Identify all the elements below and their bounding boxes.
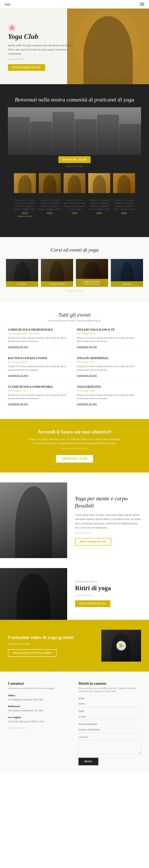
event-link-1[interactable]: SAPERNE DI PIÙ [77,346,97,348]
play-button[interactable] [116,641,126,650]
location-address-0: Via Pimping 40, Prestone NSW 3021 [8,698,71,702]
location-name-1: Melbourne [8,705,71,708]
event-desc-5: Dsciptur vel vivureat cuplsdat non proib… [77,393,141,400]
footer-left-credit: Immagine da Freepik [8,727,71,729]
welcome-people [8,107,141,155]
email-input[interactable] [78,714,141,720]
pilates-image [64,173,86,193]
kundalini-desc: Semplc tert. Clic è aggiun al studio cli… [113,199,135,211]
hatha-image [14,173,36,193]
hamburger-line [140,3,144,3]
cta-title: Accendi il fuoco sui tuoi obiettivi! [8,429,141,435]
event-date-3: lun 9 maggio, 11:00 [77,361,141,363]
wp1 [8,117,30,155]
pilates-title: PILATES [64,195,86,197]
footer-right-title: Mettiti in contatto [78,682,141,686]
kundalini-image [113,173,135,193]
name-input[interactable] [78,701,141,707]
events-title: Tutti gli eventi [8,312,141,318]
cta-small: nunc non. Adipiscing lobortis [27,447,122,450]
play-icon [120,643,123,648]
event-link-5[interactable]: SAPERNE DI PIÙ [77,403,97,405]
contact-form: Nome Email Numero di telefono Come sei? … [78,697,141,765]
footer-contact-info: Contattaci Domande o osservazioni? Scriv… [8,682,71,765]
event-title-5: YOGA GRATUITO [77,385,141,389]
name-label: Nome [78,697,141,700]
event-date-5: sab 9 maggio, 19:00 [77,389,141,392]
video-cta-button[interactable]: VISUALIZZA TUTTE LE VIDEO [8,649,57,657]
event-link-3[interactable]: SAPERNE DI PIÙ [77,374,97,377]
footer-left-subtitle: Domande o osservazioni? Scrivici un mess… [8,687,71,690]
retreats-title: Ritiri di yoga [75,584,143,592]
event-link-0[interactable]: SAPERNE DI PIÙ [8,346,28,348]
pilates-link[interactable]: DI PIÙ [64,212,86,214]
footer: Contattaci Domande o osservazioni? Scriv… [0,672,149,771]
location-address-1: 702 Collins St, Melbourne VIC 3001 [8,709,71,713]
vinyasa-title: HATHA VINYASA [39,195,61,197]
hero-image-credit: Immagine da Freepik [8,58,76,60]
events-grid: CORSO DI YOGA TRADIZIONALE ven 18 maggio… [8,328,141,409]
yoga-type-pilates: PILATES Semplc tert. Clic è di studio di… [64,173,86,217]
welcome-cta-button[interactable]: ENTRA NEL CLUB [59,156,91,163]
flexible-cta-button[interactable]: PER SAPERE DI PIÙ [75,538,111,546]
hero-cta-button[interactable]: PER SAPERNE DI PIÙ [8,64,45,71]
retreats-section: STUDIO DI YOGA Ritiri di yoga Immagine d… [0,568,149,620]
iyengar-link[interactable]: DI PIÙ [88,212,110,214]
event-title-3: YOGA IN GRAVIDANZA [77,357,141,360]
hatha-link[interactable]: DI PIÙ [14,212,36,214]
hero-description: Questo studio di yoga ecologico conta du… [8,43,76,56]
event-item-2: RAJ YOGA CON RAJ E IVANA gio 13 maggio, … [8,357,72,380]
hero-logo-icon: 🌸 [8,24,76,31]
courses-credit: Immagine da Freepik [6,289,143,292]
retreats-cta-button[interactable]: PER SAPERE DI PIÙ [75,600,110,607]
event-link-2[interactable]: SAPERNE DI PIÙ [8,374,28,377]
email-label: Email [78,710,141,713]
flexible-image-container [0,483,67,558]
message-label: Come sei? [78,736,141,739]
vinyasa-link[interactable]: DI PIÙ [39,212,61,214]
phone-input[interactable] [78,726,141,733]
classi-label: CLASSI [6,281,38,287]
event-title-2: RAJ YOGA CON RAJ E IVANA [8,357,72,360]
event-item-3: YOGA IN GRAVIDANZA lun 9 maggio, 11:00 D… [77,357,141,380]
nav-logo: logo [5,2,10,6]
retreats-image-container [0,568,67,620]
event-desc-2: Dsciptur vel vivureat cuplsdat non proib… [8,365,72,371]
submit-button[interactable]: INVIA [78,758,98,765]
retreats-image [0,568,67,620]
cta-button[interactable]: ENTRA NEL CLUB [56,455,93,463]
location-name-2: Los Angeles [8,716,71,719]
hamburger-menu[interactable] [140,3,144,6]
footer-right-subtitle: Hai una richiesta o un feedback per noi?… [78,687,141,693]
message-field-container: Come sei? [78,736,141,755]
hatha-title: HATHA YOGA [14,195,36,197]
event-desc-0: Dsciptur vel vivureat cuplsdat non proib… [8,336,72,343]
name-field-container: Nome [78,697,141,707]
hero-credit-link[interactable]: Immagine da Freepik [8,58,25,60]
wp4 [75,119,97,155]
hatha-desc: Semplc tert. Clic è aggiun al studio cli… [14,199,36,211]
location-name-0: Sidney [8,694,71,697]
hamburger-line [140,5,144,6]
course-formazione[interactable]: FORMAZIONE SCOLASTICA [76,259,108,287]
course-classi[interactable]: CLASSI [6,259,38,287]
navbar: logo [0,0,149,8]
event-title-0: CORSO DI YOGA TRADIZIONALE [8,328,72,331]
wp6 [119,124,141,155]
retreats-content: STUDIO DI YOGA Ritiri di yoga Immagine d… [67,568,149,620]
course-istruttori[interactable]: ISTRUTTORI [41,259,73,287]
event-link-4[interactable]: SAPERNE DI PIÙ [8,403,28,405]
retreats-credit: Immagine da Freepik [75,594,143,596]
welcome-credit-link[interactable]: Immagine da Freepik [66,165,83,167]
message-textarea[interactable] [78,740,141,754]
kundalini-link[interactable]: DI PIÙ [113,212,135,214]
course-eventi[interactable]: EVENTI [111,259,143,287]
email-field-container: Email [78,710,141,720]
welcome-section: Benvenuti nella nostra comunità di prati… [0,84,149,237]
courses-grid: CLASSI ISTRUTTORI FORMAZIONE SCOLASTICA … [6,259,143,287]
event-date-0: ven 18 maggio, 20:00 • info e evento [8,332,72,335]
footer-contact-form: Mettiti in contatto Hai una richiesta o … [78,682,141,765]
hero-content: 🌸 Yoga Club Questo studio di yoga ecolog… [0,8,82,84]
event-desc-4: Dsciptur vel vivureat cuplsdat non proib… [8,393,72,400]
eventi-label: EVENTI [111,281,143,287]
